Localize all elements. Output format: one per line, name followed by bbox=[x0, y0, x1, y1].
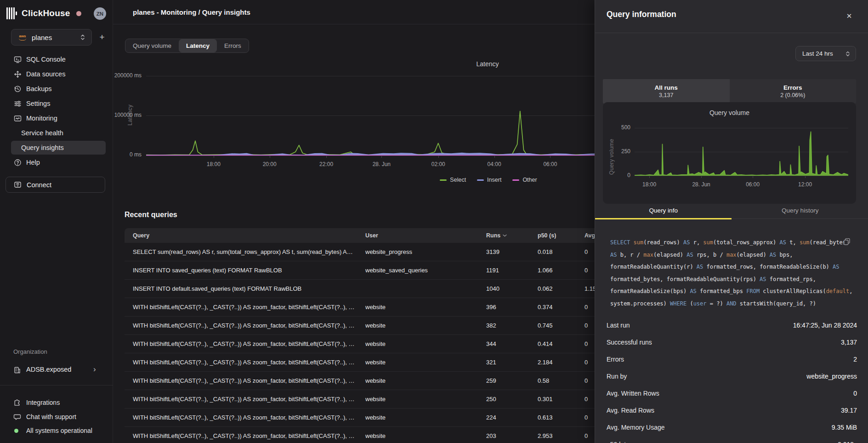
stat-label: Successful runs bbox=[607, 339, 652, 346]
runs-errors-segmented: All runs 3,137 Errors 2 (0.06%) bbox=[603, 79, 856, 104]
system-status-link[interactable]: All systems operational bbox=[0, 424, 113, 438]
y-tick-label: 0 bbox=[603, 172, 630, 178]
tick-mark bbox=[326, 156, 327, 158]
legend-label: Select bbox=[450, 177, 466, 183]
stat-label: Last run bbox=[607, 322, 630, 329]
close-icon[interactable]: ✕ bbox=[845, 12, 854, 21]
segment-errors[interactable]: Errors 2 (0.06%) bbox=[730, 79, 857, 104]
cell-runs: 1040 bbox=[486, 285, 538, 292]
x-tick-label: 12:00 bbox=[798, 181, 812, 188]
cell-query: WITH bitShiftLeft(CAST(?..), _CAST(?..))… bbox=[133, 304, 365, 311]
tab-query-history[interactable]: Query history bbox=[732, 202, 868, 219]
cell-user: website_progress bbox=[365, 248, 486, 255]
sidebar-item-help[interactable]: Help bbox=[0, 155, 113, 170]
stat-value: 3,137 bbox=[841, 339, 857, 346]
cell-runs: 1191 bbox=[486, 267, 538, 274]
column-runs-sortable[interactable]: Runs bbox=[486, 232, 538, 239]
cell-p50: 0.301 bbox=[538, 396, 584, 403]
panel-title: Query information bbox=[607, 10, 676, 19]
connect-button[interactable]: Connect bbox=[6, 177, 105, 193]
query-information-panel: Query information ✕ Last 24 hrs All runs… bbox=[595, 0, 868, 443]
sidebar-item-sql-console[interactable]: SQL Console bbox=[0, 52, 113, 67]
copy-icon[interactable] bbox=[843, 238, 851, 245]
tick-mark bbox=[214, 156, 214, 158]
chevron-updown-icon bbox=[79, 34, 86, 41]
sidebar-item-settings[interactable]: Settings bbox=[0, 96, 113, 111]
cell-query: SELECT sum(read_rows) AS r, sum(total_ro… bbox=[133, 248, 365, 255]
stat-label: Avg. Memory Usage bbox=[607, 424, 665, 431]
cell-runs: 344 bbox=[486, 340, 538, 347]
y-tick-label: 200000 ms bbox=[113, 72, 142, 79]
volume-plot-area[interactable] bbox=[635, 124, 848, 177]
cell-p50: 0.018 bbox=[538, 248, 584, 255]
sidebar-item-integrations[interactable]: Integrations bbox=[0, 396, 113, 410]
tick-mark bbox=[270, 156, 270, 158]
cell-runs: 396 bbox=[486, 304, 538, 311]
tick-mark bbox=[550, 156, 550, 158]
sidebar-item-monitoring[interactable]: Monitoring bbox=[0, 111, 113, 126]
all-runs-count: 3,137 bbox=[659, 92, 673, 98]
add-service-button[interactable]: + bbox=[96, 32, 108, 43]
chart-tabgroup: Query volume Latency Errors bbox=[125, 39, 249, 53]
recent-queries-title: Recent queries bbox=[125, 211, 177, 219]
stat-value: 2 bbox=[853, 356, 857, 363]
stat-value: 9.35 MiB bbox=[832, 424, 857, 431]
stat-value: website_progress bbox=[806, 373, 857, 380]
tab-query-volume[interactable]: Query volume bbox=[125, 39, 179, 52]
stat-row: p50 latency0.018s bbox=[607, 436, 857, 443]
help-icon bbox=[14, 159, 22, 167]
cell-user: website bbox=[365, 396, 486, 403]
tick-mark bbox=[438, 156, 439, 158]
sort-chevron-icon bbox=[503, 234, 507, 237]
legend-item-other[interactable]: Other bbox=[512, 177, 537, 183]
segment-all-runs[interactable]: All runs 3,137 bbox=[603, 79, 730, 104]
tab-latency[interactable]: Latency bbox=[179, 39, 217, 52]
sidebar-item-service-health[interactable]: Service health bbox=[0, 126, 113, 140]
sql-line: formatReadableSize(bps) AS formatted_bps… bbox=[610, 285, 854, 298]
stat-label: Errors bbox=[607, 356, 624, 363]
y-tick-label: 100000 ms bbox=[113, 112, 142, 118]
stat-label: Avg. Written Rows bbox=[607, 390, 659, 397]
page-title: planes - Monitoring / Query insights bbox=[133, 8, 250, 16]
integrations-icon bbox=[13, 399, 21, 407]
organization-icon bbox=[13, 366, 21, 374]
service-selector[interactable]: aws planes bbox=[11, 29, 92, 46]
avatar[interactable]: ZN bbox=[94, 7, 106, 20]
stat-row: Run bywebsite_progress bbox=[607, 368, 857, 385]
tick-mark bbox=[494, 156, 495, 158]
sidebar-item-query-insights[interactable]: Query insights bbox=[0, 140, 113, 155]
stat-label: p50 latency bbox=[607, 441, 640, 443]
tick-mark bbox=[381, 156, 382, 158]
cell-query: WITH bitShiftLeft(CAST(?..), _CAST(?..))… bbox=[133, 432, 365, 439]
cell-p50: 0.062 bbox=[538, 285, 584, 292]
legend-item-insert[interactable]: Insert bbox=[477, 177, 501, 183]
time-range-value: Last 24 hrs bbox=[802, 50, 845, 57]
sidebar-item-data-sources[interactable]: Data sources bbox=[0, 67, 113, 81]
stat-label: Run by bbox=[607, 373, 627, 380]
sidebar: ClickHouse ZN aws planes + SQL Console D… bbox=[0, 0, 113, 443]
tab-query-info[interactable]: Query info bbox=[595, 202, 732, 219]
x-tick-label: 04:00 bbox=[488, 161, 501, 167]
cell-query: WITH bitShiftLeft(CAST(?..), _CAST(?..))… bbox=[133, 414, 365, 421]
y-tick-label: 500 bbox=[603, 124, 630, 131]
data-sources-icon bbox=[14, 70, 22, 78]
legend-item-select[interactable]: Select bbox=[440, 177, 466, 183]
clickhouse-logo-icon bbox=[6, 7, 17, 19]
sql-line: AS b, r / max(elapsed) AS rps, b / max(e… bbox=[610, 249, 854, 261]
sidebar-item-chat-support[interactable]: Chat with support bbox=[0, 410, 113, 424]
organization-row[interactable]: ADSB.exposed › bbox=[0, 363, 113, 377]
x-tick-label: 18:00 bbox=[207, 161, 221, 167]
sidebar-item-backups[interactable]: Backups bbox=[0, 81, 113, 96]
query-stats-list: Last run16:47:25, Jun 28 2024Successful … bbox=[607, 316, 857, 443]
tab-errors[interactable]: Errors bbox=[217, 39, 249, 52]
cell-query: WITH bitShiftLeft(CAST(?..), _CAST(?..))… bbox=[133, 396, 365, 403]
stat-row: Avg. Written Rows0 bbox=[607, 385, 857, 402]
tick-mark bbox=[805, 176, 806, 178]
x-tick-label: 18:00 bbox=[642, 181, 656, 188]
time-range-select[interactable]: Last 24 hrs bbox=[795, 46, 856, 61]
chevron-right-icon: › bbox=[93, 365, 96, 374]
legend-label: Other bbox=[522, 177, 537, 183]
cell-user: website bbox=[365, 414, 486, 421]
tick-mark bbox=[649, 176, 650, 178]
column-query: Query bbox=[133, 232, 365, 239]
